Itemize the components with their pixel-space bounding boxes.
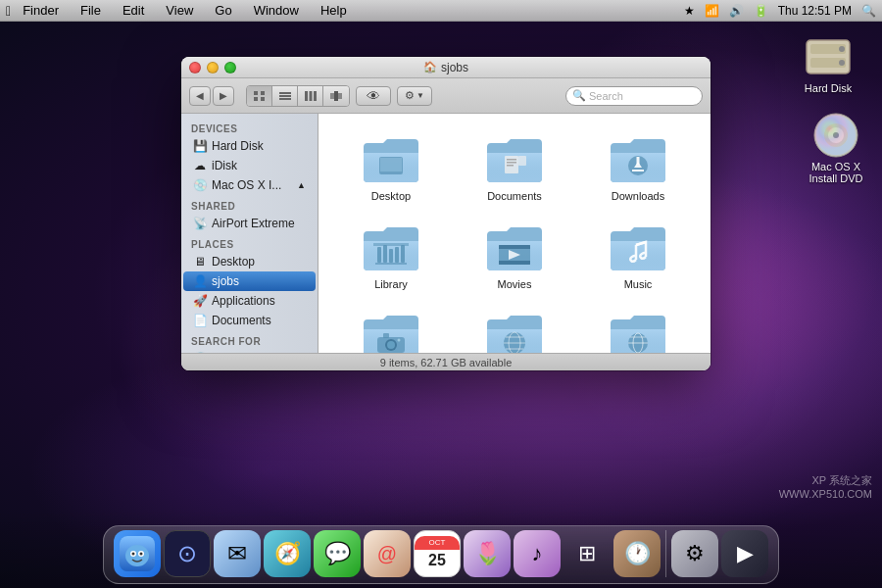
svg-rect-13 bbox=[261, 97, 265, 101]
title-bar: 🏠 sjobs bbox=[181, 57, 710, 78]
spotlight-icon[interactable]: 🔍 bbox=[861, 4, 876, 18]
coverflow-view-button[interactable] bbox=[323, 86, 349, 106]
svg-rect-20 bbox=[330, 93, 334, 99]
back-button[interactable]: ◀ bbox=[189, 86, 211, 106]
harddisk-label: Hard Disk bbox=[805, 82, 852, 94]
dock-item-ichat[interactable]: 💬 bbox=[314, 530, 361, 577]
dashboard-dock-icon: ⊙ bbox=[164, 530, 211, 577]
svg-point-65 bbox=[132, 553, 135, 556]
sidebar-item-harddisk[interactable]: 💾 Hard Disk bbox=[183, 136, 316, 156]
file-item-music[interactable]: Music bbox=[581, 218, 695, 296]
dock-background: ⊙ ✉ 🧭 💬 bbox=[103, 525, 779, 584]
folder-icon-sites bbox=[609, 312, 667, 353]
desktop-sidebar-icon: 🖥 bbox=[193, 255, 207, 269]
menu-finder[interactable]: Finder bbox=[19, 3, 63, 18]
svg-rect-42 bbox=[499, 245, 530, 249]
file-item-downloads[interactable]: Downloads bbox=[581, 129, 695, 208]
file-item-sites[interactable]: Sites bbox=[581, 306, 695, 353]
dock-item-safari[interactable]: 🧭 bbox=[264, 530, 311, 577]
desktop-icon-dvd[interactable]: Mac OS X Install DVD bbox=[802, 108, 870, 188]
file-item-desktop[interactable]: Desktop bbox=[334, 129, 448, 208]
file-item-public[interactable]: Public bbox=[458, 306, 571, 353]
menu-view[interactable]: View bbox=[162, 3, 197, 18]
battery-icon[interactable]: 🔋 bbox=[754, 4, 768, 18]
dvd-dock-icon: ▶ bbox=[721, 530, 768, 577]
menu-window[interactable]: Window bbox=[250, 3, 303, 18]
clock: Thu 12:51 PM bbox=[778, 4, 852, 18]
airport-sidebar-icon: 📡 bbox=[193, 217, 207, 230]
dock: ⊙ ✉ 🧭 💬 bbox=[0, 510, 882, 588]
dock-item-timemachine[interactable]: 🕐 bbox=[613, 530, 661, 577]
menu-file[interactable]: File bbox=[76, 3, 105, 18]
desktop:  Finder File Edit View Go Window Help ★… bbox=[0, 0, 882, 588]
menu-help[interactable]: Help bbox=[317, 3, 351, 18]
wifi-icon[interactable]: 📶 bbox=[705, 4, 719, 18]
svg-point-3 bbox=[839, 46, 845, 52]
svg-rect-37 bbox=[395, 247, 399, 263]
sidebar-section-places: PLACES bbox=[181, 233, 318, 252]
finder-dock-icon bbox=[114, 530, 161, 577]
sidebar-item-applications[interactable]: 🚀 Applications bbox=[183, 291, 316, 311]
status-text: 9 items, 62.71 GB available bbox=[380, 357, 513, 368]
svg-rect-32 bbox=[637, 157, 640, 165]
dock-item-itunes[interactable]: ♪ bbox=[514, 530, 561, 577]
column-view-button[interactable] bbox=[298, 86, 323, 106]
dock-item-sysprefs[interactable]: ⚙ bbox=[671, 530, 718, 577]
dock-item-addressbook[interactable]: @ bbox=[364, 530, 411, 577]
sidebar-item-sjobs[interactable]: 👤 sjobs bbox=[183, 271, 316, 291]
timemachine-dock-icon: 🕐 bbox=[613, 530, 661, 577]
sidebar-item-macosx[interactable]: 💿 Mac OS X I... ▲ bbox=[183, 175, 316, 195]
sidebar-section-shared: SHARED bbox=[181, 195, 318, 214]
folder-icon-documents bbox=[485, 135, 544, 186]
view-buttons bbox=[246, 85, 350, 107]
toolbar: ◀ ▶ 👁 ⚙ ▼ bbox=[181, 78, 710, 114]
svg-rect-40 bbox=[373, 243, 409, 246]
menu-go[interactable]: Go bbox=[211, 3, 235, 18]
svg-point-48 bbox=[387, 341, 395, 349]
file-item-pictures[interactable]: Pictures bbox=[334, 306, 448, 353]
desktop-icon-harddisk[interactable]: Hard Disk bbox=[794, 29, 862, 98]
dvd-label: Mac OS X Install DVD bbox=[806, 161, 866, 184]
search-box[interactable]: 🔍 Search bbox=[565, 86, 703, 106]
svg-rect-16 bbox=[279, 98, 291, 100]
folder-icon-movies bbox=[485, 223, 544, 274]
folder-icon-desktop bbox=[362, 135, 420, 186]
svg-rect-49 bbox=[383, 333, 389, 338]
dock-item-iphoto[interactable]: 🌷 bbox=[464, 530, 511, 577]
forward-button[interactable]: ▶ bbox=[213, 86, 234, 106]
svg-point-4 bbox=[839, 60, 845, 66]
sidebar-item-desktop[interactable]: 🖥 Desktop bbox=[183, 252, 316, 271]
bluetooth-icon[interactable]: ★ bbox=[684, 4, 695, 18]
addressbook-dock-icon: @ bbox=[364, 530, 411, 577]
sidebar-item-documents[interactable]: 📄 Documents bbox=[183, 311, 316, 330]
svg-rect-39 bbox=[375, 263, 407, 265]
itunes-dock-icon: ♪ bbox=[514, 530, 561, 577]
minimize-button[interactable] bbox=[207, 62, 219, 74]
file-item-movies[interactable]: Movies bbox=[458, 218, 571, 296]
sidebar-section-search: SEARCH FOR bbox=[181, 330, 318, 349]
dock-item-dvd[interactable]: ▶ bbox=[721, 530, 768, 577]
file-item-library[interactable]: Library bbox=[334, 218, 448, 296]
volume-icon[interactable]: 🔊 bbox=[729, 4, 744, 18]
icon-view-button[interactable] bbox=[247, 86, 272, 106]
close-button[interactable] bbox=[189, 62, 201, 74]
file-item-documents[interactable]: Documents bbox=[458, 129, 571, 208]
sidebar: DEVICES 💾 Hard Disk ☁ iDisk 💿 Mac OS X I… bbox=[181, 114, 318, 353]
harddisk-icon bbox=[805, 33, 852, 80]
quicklook-button[interactable]: 👁 bbox=[356, 86, 391, 106]
idisk-sidebar-icon: ☁ bbox=[193, 159, 207, 172]
dock-item-finder[interactable] bbox=[114, 530, 161, 577]
svg-rect-21 bbox=[334, 91, 338, 101]
list-view-button[interactable] bbox=[272, 86, 298, 106]
dock-item-dashboard[interactable]: ⊙ bbox=[164, 530, 211, 577]
dock-item-mail[interactable]: ✉ bbox=[214, 530, 261, 577]
action-button[interactable]: ⚙ ▼ bbox=[397, 86, 432, 106]
dock-item-spaces[interactable]: ⊞ bbox=[564, 530, 611, 577]
apple-menu[interactable]:  bbox=[6, 3, 11, 19]
dock-separator bbox=[665, 530, 666, 577]
menu-edit[interactable]: Edit bbox=[119, 3, 148, 18]
dock-item-ical[interactable]: OCT 25 bbox=[414, 530, 461, 577]
sidebar-item-idisk[interactable]: ☁ iDisk bbox=[183, 156, 316, 175]
maximize-button[interactable] bbox=[224, 62, 236, 74]
sidebar-item-airport[interactable]: 📡 AirPort Extreme bbox=[183, 214, 316, 233]
